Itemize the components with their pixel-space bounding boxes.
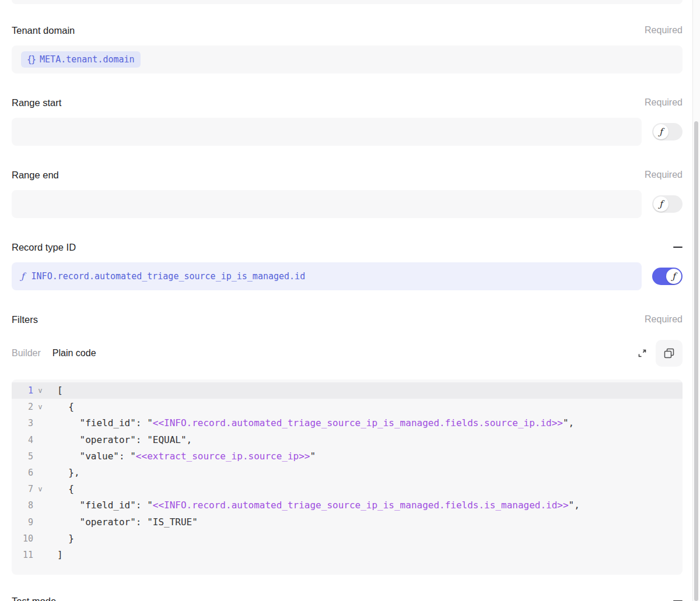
code-text: [	[57, 385, 63, 396]
code-text: ",	[563, 417, 574, 428]
fold-spacer	[33, 514, 47, 530]
filters-label: Filters	[12, 314, 38, 325]
line-number: 7	[12, 481, 33, 497]
code-line[interactable]: 1v[	[12, 382, 682, 399]
code-line[interactable]: 7v {	[12, 481, 682, 497]
required-badge: Required	[645, 314, 682, 325]
record-type-id-value: INFO.record.automated_triage_source_ip_i…	[32, 271, 306, 282]
code-text: "operator": "IS_TRUE"	[57, 516, 198, 528]
code-line[interactable]: 10 }	[12, 530, 682, 547]
line-number: 2	[12, 399, 33, 415]
code-line[interactable]: 4 "operator": "EQUAL",	[12, 432, 682, 448]
tab-builder[interactable]: Builder	[12, 348, 41, 359]
code-content: }	[47, 530, 74, 547]
line-number: 9	[12, 514, 33, 530]
fold-spacer	[33, 415, 47, 431]
code-content: ]	[47, 547, 63, 563]
fold-spacer	[33, 465, 47, 481]
code-line[interactable]: 11]	[12, 547, 682, 563]
meta-tenant-domain-token[interactable]: {} META.tenant.domain	[21, 51, 141, 68]
template-expression: <<extract_source_ip.source_ip>>	[136, 451, 310, 462]
fold-chevron-icon[interactable]: v	[33, 382, 47, 399]
copy-code-button[interactable]	[656, 340, 682, 367]
collapse-minus-icon[interactable]	[673, 247, 682, 248]
code-content: "operator": "EQUAL",	[47, 432, 192, 448]
fold-spacer	[33, 448, 47, 465]
code-line[interactable]: 5 "value": "<<extract_source_ip.source_i…	[12, 448, 682, 465]
template-expression: <<INFO.record.automated_triage_source_ip…	[153, 500, 569, 511]
toggle-knob: ƒ	[653, 196, 668, 212]
tab-plain-code[interactable]: Plain code	[52, 348, 96, 359]
record-type-id-function-toggle[interactable]: ƒ	[652, 268, 682, 285]
code-content: "value": "<<extract_source_ip.source_ip>…	[47, 448, 316, 465]
fold-spacer	[33, 497, 47, 514]
range-end-input[interactable]	[12, 190, 642, 218]
record-type-id-field-row: ƒ INFO.record.automated_triage_source_ip…	[12, 262, 682, 290]
braces-icon: {}	[27, 54, 35, 65]
code-text: "	[310, 451, 316, 462]
field-filters: Filters Required Builder Plain code	[12, 314, 682, 575]
field-test-mode: Test mode	[12, 594, 682, 601]
expand-icon	[637, 348, 648, 359]
tenant-domain-label: Tenant domain	[12, 25, 75, 36]
vertical-scrollbar-thumb[interactable]	[694, 121, 698, 601]
template-expression: <<INFO.record.automated_triage_source_ip…	[153, 417, 563, 428]
code-line[interactable]: 9 "operator": "IS_TRUE"	[12, 514, 682, 530]
previous-input-remnant	[12, 0, 682, 4]
code-text: ",	[569, 500, 580, 511]
line-number: 10	[12, 530, 33, 547]
code-text: "field_id": "	[57, 500, 153, 511]
fold-chevron-icon[interactable]: v	[33, 399, 47, 415]
fold-chevron-icon[interactable]: v	[33, 481, 47, 497]
field-range-start: Range start Required ƒ	[12, 97, 682, 146]
filters-toolbar: Builder Plain code	[12, 340, 682, 367]
code-content: "operator": "IS_TRUE"	[47, 514, 198, 530]
record-type-id-input[interactable]: ƒ INFO.record.automated_triage_source_ip…	[12, 262, 642, 290]
code-content: {	[47, 481, 74, 497]
tenant-domain-field-row: {} META.tenant.domain	[12, 45, 682, 73]
code-text: "value": "	[57, 451, 136, 462]
range-start-field-row: ƒ	[12, 118, 682, 146]
record-type-id-label-row: Record type ID	[12, 241, 682, 253]
code-line[interactable]: 8 "field_id": "<<INFO.record.automated_t…	[12, 497, 682, 514]
filters-label-row: Filters Required	[12, 314, 682, 325]
code-text: {	[57, 401, 74, 412]
code-line[interactable]: 2v {	[12, 399, 682, 415]
test-mode-label: Test mode	[12, 596, 56, 601]
line-number: 5	[12, 448, 33, 465]
code-lines: 1v[2v {3 "field_id": "<<INFO.record.auto…	[12, 382, 682, 563]
tenant-domain-label-row: Tenant domain Required	[12, 24, 682, 36]
fold-spacer	[33, 547, 47, 563]
range-start-label-row: Range start Required	[12, 97, 682, 108]
field-tenant-domain: Tenant domain Required {} META.tenant.do…	[12, 24, 682, 73]
code-line[interactable]: 6 },	[12, 465, 682, 481]
range-end-function-toggle[interactable]: ƒ	[652, 195, 682, 213]
range-start-function-toggle[interactable]: ƒ	[652, 123, 682, 140]
expand-editor-button[interactable]	[634, 345, 651, 362]
line-number: 4	[12, 432, 33, 448]
range-end-label-row: Range end Required	[12, 169, 682, 181]
filters-code-editor[interactable]: 1v[2v {3 "field_id": "<<INFO.record.auto…	[12, 379, 682, 575]
code-content: [	[47, 382, 63, 399]
function-icon: ƒ	[672, 271, 676, 282]
code-text: "field_id": "	[57, 417, 153, 428]
range-end-field-row: ƒ	[12, 190, 682, 218]
action-config-panel: Tenant domain Required {} META.tenant.do…	[12, 0, 682, 601]
toggle-knob: ƒ	[653, 124, 668, 139]
token-text: META.tenant.domain	[40, 54, 135, 65]
required-badge: Required	[645, 25, 682, 36]
code-content: },	[47, 465, 80, 481]
code-text: "operator": "EQUAL",	[57, 434, 192, 445]
function-icon: ƒ	[21, 271, 24, 282]
fold-spacer	[33, 530, 47, 547]
vertical-scrollbar-track[interactable]	[692, 0, 700, 601]
line-number: 8	[12, 497, 33, 514]
line-number: 11	[12, 547, 33, 563]
range-start-input[interactable]	[12, 118, 642, 146]
range-end-label: Range end	[12, 170, 59, 181]
required-badge: Required	[645, 97, 682, 108]
tenant-domain-input[interactable]: {} META.tenant.domain	[12, 45, 682, 73]
code-content: "field_id": "<<INFO.record.automated_tri…	[47, 497, 580, 514]
fold-spacer	[33, 432, 47, 448]
code-line[interactable]: 3 "field_id": "<<INFO.record.automated_t…	[12, 415, 682, 431]
